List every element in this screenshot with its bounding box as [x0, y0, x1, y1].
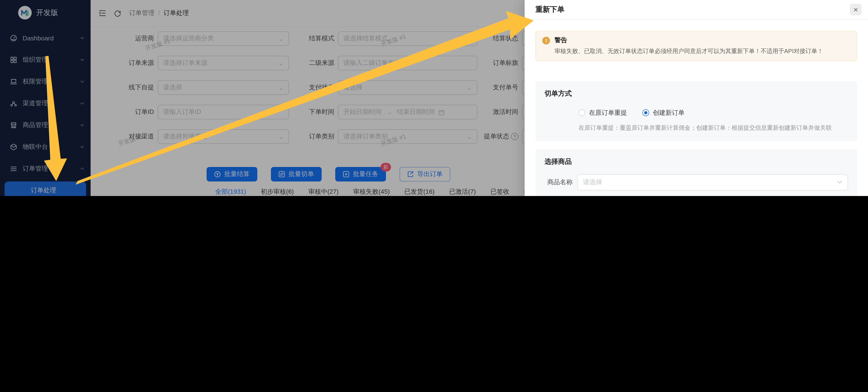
drawer-title: 重新下单	[535, 5, 564, 14]
radio-resubmit-original[interactable]: 在原订单重提	[579, 109, 627, 117]
radio-icon	[579, 110, 585, 116]
app-screen: 开发版 Dashboard 组织管理 权限管理 渠道管理	[0, 0, 868, 196]
reorder-drawer: 重新下单 × ! 警告 审核失败、已取消、无效订单状态订单必须经用户同意后才可以…	[525, 0, 868, 196]
alert-title: 警告	[555, 36, 823, 45]
radio-checked-icon	[642, 110, 649, 116]
radio-create-new[interactable]: 创建新订单	[642, 109, 684, 117]
cut-mode-help: 在原订单重提：覆盖原订单并重新计算佣金；创建新订单：根据提交信息重新创建新订单并…	[579, 124, 848, 132]
section-select-product: 选择商品 商品名称 请选择	[535, 149, 857, 196]
drawer-body: ! 警告 审核失败、已取消、无效订单状态订单必须经用户同意后才可以为其重新下单！…	[525, 19, 868, 196]
product-name-label: 商品名称	[545, 178, 572, 187]
drawer-header: 重新下单 ×	[525, 0, 868, 20]
chevron-down-icon	[837, 181, 842, 184]
alert-description: 审核失败、已取消、无效订单状态订单必须经用户同意后才可以为其重新下单！不适用于A…	[555, 47, 823, 56]
close-icon[interactable]: ×	[850, 4, 862, 16]
cut-mode-radio-group: 在原订单重提 创建新订单	[579, 109, 848, 117]
warning-icon: !	[542, 37, 550, 45]
product-name-select[interactable]: 请选择	[577, 174, 848, 191]
drawer-mask[interactable]	[0, 0, 525, 196]
section-cut-mode: 切单方式 在原订单重提 创建新订单 在原订单重提：覆盖原订单并重新计算佣金；创建…	[535, 81, 857, 141]
warning-alert: ! 警告 审核失败、已取消、无效订单状态订单必须经用户同意后才可以为其重新下单！…	[535, 31, 857, 61]
